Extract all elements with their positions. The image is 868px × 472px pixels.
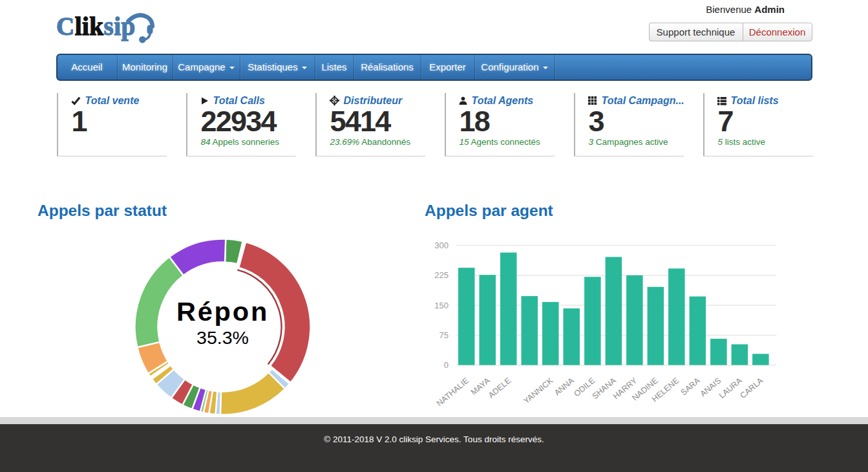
- svg-text:SARA: SARA: [679, 376, 703, 397]
- svg-text:NATHALIE: NATHALIE: [435, 376, 471, 408]
- svg-text:35.3%: 35.3%: [196, 327, 249, 348]
- svg-text:LAURA: LAURA: [717, 376, 744, 400]
- svg-text:0: 0: [444, 360, 449, 370]
- svg-text:CARLA: CARLA: [738, 376, 765, 400]
- svg-text:150: 150: [434, 301, 449, 310]
- svg-text:225: 225: [434, 270, 449, 280]
- svg-text:Répon: Répon: [176, 296, 269, 327]
- svg-text:ANNA: ANNA: [553, 376, 576, 397]
- svg-text:YANNICK: YANNICK: [522, 376, 555, 405]
- svg-text:300: 300: [434, 241, 449, 250]
- svg-text:ADELE: ADELE: [487, 376, 513, 400]
- svg-text:75: 75: [439, 330, 449, 340]
